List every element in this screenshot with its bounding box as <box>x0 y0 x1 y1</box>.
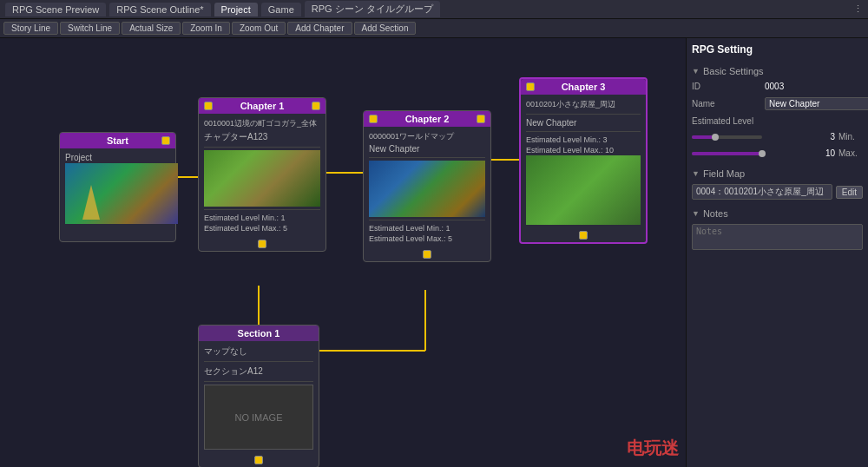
start-node-header: Start <box>60 133 175 148</box>
max-slider-thumb[interactable] <box>759 150 766 157</box>
field-map-edit-btn[interactable]: Edit <box>836 186 863 199</box>
chapter2-connector-left <box>369 115 378 123</box>
menu-icon[interactable]: ⋮ <box>853 3 863 15</box>
field-map-value: 0004：0010201小さな原屋_周辺 <box>692 184 832 200</box>
chapter2-footer <box>364 247 490 261</box>
name-row: Name <box>692 97 863 110</box>
notes-textarea[interactable] <box>692 224 863 250</box>
toolbar: Story Line Switch Line Actual Size Zoom … <box>0 19 868 38</box>
max-slider-fill <box>692 152 762 155</box>
chapter1-connector-left <box>204 102 213 110</box>
chapter3-header: Chapter 3 <box>521 79 646 95</box>
start-connector-right <box>161 136 170 145</box>
start-footer <box>60 227 175 241</box>
start-node-body: Project <box>60 148 175 227</box>
section1-node[interactable]: Section 1 マップなし セクションA12 NO IMAGE <box>198 325 319 467</box>
max-slider-row: 10 Max. <box>692 148 863 158</box>
btn-zoom-out[interactable]: Zoom Out <box>232 22 286 35</box>
start-node[interactable]: Start Project <box>59 132 176 242</box>
field-map-header[interactable]: ▼ Field Map <box>692 168 863 179</box>
chapter1-header: Chapter 1 <box>199 98 326 114</box>
chapter3-connector-bottom <box>579 231 588 240</box>
watermark: 电玩迷 <box>627 437 679 460</box>
tab-rpg-scene-preview[interactable]: RPG Scene Preview <box>5 3 106 16</box>
tab-rpg-scene-outline[interactable]: RPG Scene Outline* <box>109 3 210 16</box>
chapter3-node[interactable]: Chapter 3 0010201小さな原屋_周辺 New Chapter Es… <box>519 77 648 244</box>
section1-connector-bottom <box>254 456 263 464</box>
chapter2-body: 0000001ワールドマップ New Chapter Estimated Lev… <box>364 127 490 247</box>
field-map-row: 0004：0010201小さな原屋_周辺 Edit <box>692 184 863 200</box>
basic-settings-header[interactable]: ▼ Basic Settings <box>692 66 863 76</box>
section1-image: NO IMAGE <box>204 385 313 450</box>
chapter2-connector-bottom <box>423 250 431 259</box>
right-panel: RPG Setting ▼ Basic Settings ID 0003 Nam… <box>686 38 868 467</box>
btn-add-section[interactable]: Add Section <box>354 22 417 35</box>
min-slider-fill <box>692 135 713 139</box>
chapter2-node[interactable]: Chapter 2 0000001ワールドマップ New Chapter Est… <box>363 110 491 262</box>
min-slider-thumb[interactable] <box>712 134 719 141</box>
btn-add-chapter[interactable]: Add Chapter <box>287 22 352 35</box>
id-row: ID 0003 <box>692 82 863 91</box>
min-slider-row: 3 Min. <box>692 132 863 141</box>
section1-body: マップなし セクションA12 NO IMAGE <box>199 341 319 453</box>
chapter1-connector-bottom <box>258 240 266 248</box>
btn-zoom-in[interactable]: Zoom In <box>182 22 230 35</box>
chapter1-body: 0010001辺境の町ゴコガラ_全体 チャプターA123 Estimated L… <box>199 114 326 237</box>
chapter1-image <box>204 150 320 207</box>
canvas-area[interactable]: Start Project Chapter 1 0010001辺境の町ゴコガラ_… <box>0 38 686 467</box>
tab-project[interactable]: Project <box>214 3 258 16</box>
max-value: 10 <box>766 148 836 158</box>
main-area: Start Project Chapter 1 0010001辺境の町ゴコガラ_… <box>0 38 868 467</box>
field-map-arrow: ▼ <box>692 169 700 178</box>
notes-arrow: ▼ <box>692 209 700 218</box>
tab-tile-group[interactable]: RPG シーン タイルグループ <box>305 1 440 17</box>
max-label: Max. <box>838 148 863 158</box>
basic-arrow: ▼ <box>692 67 700 76</box>
chapter3-image <box>526 155 641 225</box>
chapter1-node[interactable]: Chapter 1 0010001辺境の町ゴコガラ_全体 チャプターA123 E… <box>198 97 326 252</box>
min-value: 3 <box>766 132 836 141</box>
section1-footer <box>199 453 319 467</box>
chapter2-header: Chapter 2 <box>364 111 490 127</box>
max-slider-track[interactable] <box>692 152 762 155</box>
name-label: Name <box>692 99 761 109</box>
panel-title: RPG Setting <box>692 43 863 56</box>
chapter1-footer <box>199 237 326 251</box>
min-label: Min. <box>838 132 863 141</box>
chapter2-image <box>369 161 485 217</box>
chapter3-footer <box>521 228 646 242</box>
id-label: ID <box>692 82 761 91</box>
chapter2-connector-right <box>477 115 485 123</box>
btn-switch-line[interactable]: Switch Line <box>60 22 120 35</box>
id-value: 0003 <box>765 82 863 91</box>
section1-header: Section 1 <box>199 326 319 341</box>
title-bar: RPG Scene Preview RPG Scene Outline* Pro… <box>0 0 868 19</box>
chapter1-connector-right <box>312 102 320 110</box>
btn-story-line[interactable]: Story Line <box>3 22 58 35</box>
name-input[interactable] <box>765 97 868 110</box>
notes-header[interactable]: ▼ Notes <box>692 208 863 219</box>
tab-game[interactable]: Game <box>261 3 301 16</box>
estimated-level-row: Estimated Level <box>692 116 863 126</box>
chapter3-body: 0010201小さな原屋_周辺 New Chapter Estimated Le… <box>521 95 646 228</box>
chapter3-connector-left <box>526 82 535 91</box>
estimated-level-label: Estimated Level <box>692 116 761 126</box>
btn-actual-size[interactable]: Actual Size <box>122 22 181 35</box>
min-slider-track[interactable] <box>692 135 762 139</box>
start-image <box>65 163 178 224</box>
